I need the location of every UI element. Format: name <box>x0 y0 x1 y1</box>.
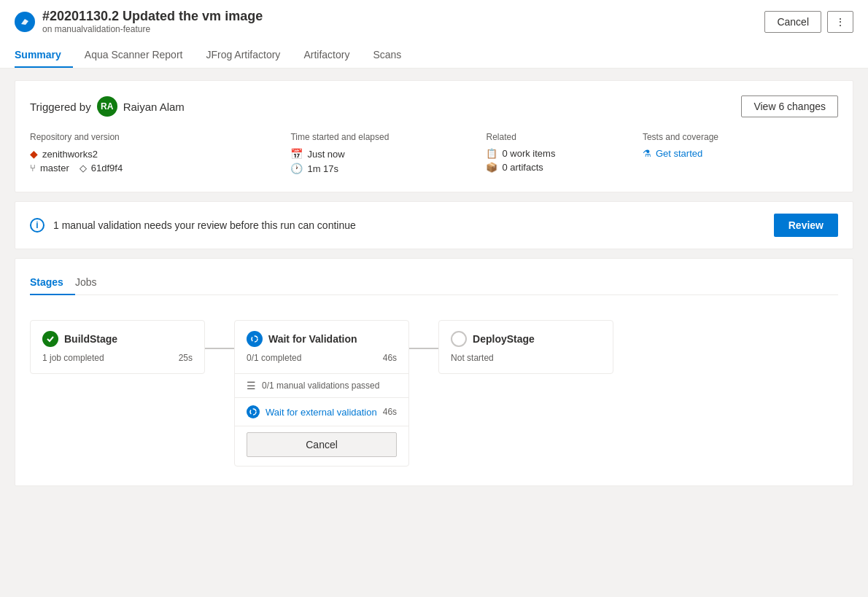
time-elapsed: 🕐 1m 17s <box>290 163 486 174</box>
repo-name: ◆ zenithworks2 <box>30 148 290 160</box>
triggered-row: Triggered by RA Raiyan Alam View 6 chang… <box>30 95 838 117</box>
time-label: Time started and elapsed <box>290 132 486 142</box>
build-jobs: 1 job completed <box>42 353 104 363</box>
svg-point-1 <box>252 336 257 342</box>
tab-summary[interactable]: Summary <box>15 43 73 68</box>
tab-scans[interactable]: Scans <box>361 43 413 68</box>
validation-row: ☰ 0/1 manual validations passed <box>235 373 408 397</box>
repo-icon: ◆ <box>30 148 38 160</box>
clock-icon: 🕐 <box>290 163 303 174</box>
header-actions: Cancel ⋮ <box>764 11 853 33</box>
wait-jobs: 0/1 completed <box>247 353 301 363</box>
cancel-row: Cancel <box>235 426 408 466</box>
related-section: Related 📋 0 work items 📦 0 artifacts <box>486 132 642 177</box>
tests-section: Tests and coverage ⚗ Get started <box>643 132 838 177</box>
title-section: #20201130.2 Updated the vm image on manu… <box>15 9 263 34</box>
deploy-name: DeployStage <box>473 333 535 345</box>
repo-label: Repository and version <box>30 132 290 142</box>
summary-card: Triggered by RA Raiyan Alam View 6 chang… <box>15 80 853 192</box>
artifacts-count: 📦 0 artifacts <box>486 162 642 173</box>
branch-icon: ⑂ <box>30 163 36 173</box>
branch-subtitle: on manualvalidation-feature <box>42 24 263 34</box>
page-title: #20201130.2 Updated the vm image <box>42 9 263 24</box>
banner-left: i 1 manual validation needs your review … <box>30 218 356 233</box>
time-section: Time started and elapsed 📅 Just now 🕐 1m… <box>290 132 486 177</box>
nav-tabs: Summary Aqua Scanner Report JFrog Artifa… <box>15 43 853 68</box>
tab-jfrog[interactable]: JFrog Artifactory <box>194 43 292 68</box>
more-button[interactable]: ⋮ <box>827 11 853 33</box>
connector-2 <box>409 348 438 349</box>
workitem-icon: 📋 <box>486 148 497 159</box>
tests-label: Tests and coverage <box>643 132 838 142</box>
flask-icon: ⚗ <box>643 148 651 159</box>
main-content: Triggered by RA Raiyan Alam View 6 chang… <box>0 69 868 498</box>
wait-job-icon <box>247 405 260 418</box>
banner-message: 1 manual validation needs your review be… <box>53 219 356 231</box>
wait-header: Wait for Validation <box>235 321 408 353</box>
wait-status-icon <box>247 331 263 347</box>
deploy-status: Not started <box>451 353 494 363</box>
build-footer: 1 job completed 25s <box>31 353 204 373</box>
stages-card: Stages Jobs BuildStage 1 job completed 2… <box>15 258 853 486</box>
tab-jobs[interactable]: Jobs <box>75 270 109 295</box>
wait-footer: 0/1 completed 46s <box>235 353 408 373</box>
stage-deploy: DeployStage Not started <box>438 320 613 374</box>
deploy-header: DeployStage <box>439 321 613 353</box>
stages-tabs: Stages Jobs <box>30 270 838 295</box>
user-name: Raiyan Alam <box>123 101 185 113</box>
wait-time: 46s <box>383 353 397 363</box>
wait-name: Wait for Validation <box>268 333 357 345</box>
review-button[interactable]: Review <box>774 214 838 237</box>
tab-artifactory[interactable]: Artifactory <box>292 43 361 68</box>
repo-section: Repository and version ◆ zenithworks2 ⑂ … <box>30 132 290 177</box>
info-icon: i <box>30 218 44 233</box>
header: #20201130.2 Updated the vm image on manu… <box>0 0 868 69</box>
build-status-icon <box>42 331 58 347</box>
time-started: 📅 Just now <box>290 148 486 160</box>
related-label: Related <box>486 132 642 142</box>
commit-icon: ◇ <box>80 163 87 173</box>
cancel-button[interactable]: Cancel <box>764 11 821 33</box>
wait-job-row: Wait for external validation 46s <box>235 397 408 426</box>
stage-build: BuildStage 1 job completed 25s <box>30 320 205 374</box>
validation-text: 0/1 manual validations passed <box>262 381 379 391</box>
tab-aqua[interactable]: Aqua Scanner Report <box>73 43 195 68</box>
branch-commit: ⑂ master ◇ 61df9f4 <box>30 163 290 173</box>
calendar-icon: 📅 <box>290 148 303 160</box>
build-name: BuildStage <box>64 333 117 345</box>
tab-stages[interactable]: Stages <box>30 270 75 295</box>
deploy-footer: Not started <box>439 353 613 373</box>
connector-1 <box>205 348 234 349</box>
view-changes-button[interactable]: View 6 changes <box>741 95 838 117</box>
get-started-link[interactable]: ⚗ Get started <box>643 148 838 159</box>
stage-wait: Wait for Validation 0/1 completed 46s ☰ … <box>234 320 409 467</box>
stage-cancel-button[interactable]: Cancel <box>247 432 397 457</box>
wait-job-name[interactable]: Wait for external validation <box>266 407 377 418</box>
artifact-icon: 📦 <box>486 162 497 173</box>
stages-flow: BuildStage 1 job completed 25s Wai <box>30 313 838 474</box>
triggered-by: Triggered by RA Raiyan Alam <box>30 96 185 117</box>
avatar: RA <box>97 96 117 117</box>
title-group: #20201130.2 Updated the vm image on manu… <box>42 9 263 34</box>
build-header: BuildStage <box>31 321 204 353</box>
work-items: 📋 0 work items <box>486 148 642 159</box>
checklist-icon: ☰ <box>247 380 256 391</box>
triggered-label: Triggered by <box>30 101 91 113</box>
header-top: #20201130.2 Updated the vm image on manu… <box>15 9 853 40</box>
deploy-status-icon <box>451 331 467 347</box>
azure-devops-icon <box>15 12 35 32</box>
meta-grid: Repository and version ◆ zenithworks2 ⑂ … <box>30 132 838 177</box>
build-time: 25s <box>179 353 193 363</box>
info-banner: i 1 manual validation needs your review … <box>15 201 853 249</box>
wait-job-time: 46s <box>383 407 397 417</box>
svg-point-2 <box>250 409 256 415</box>
